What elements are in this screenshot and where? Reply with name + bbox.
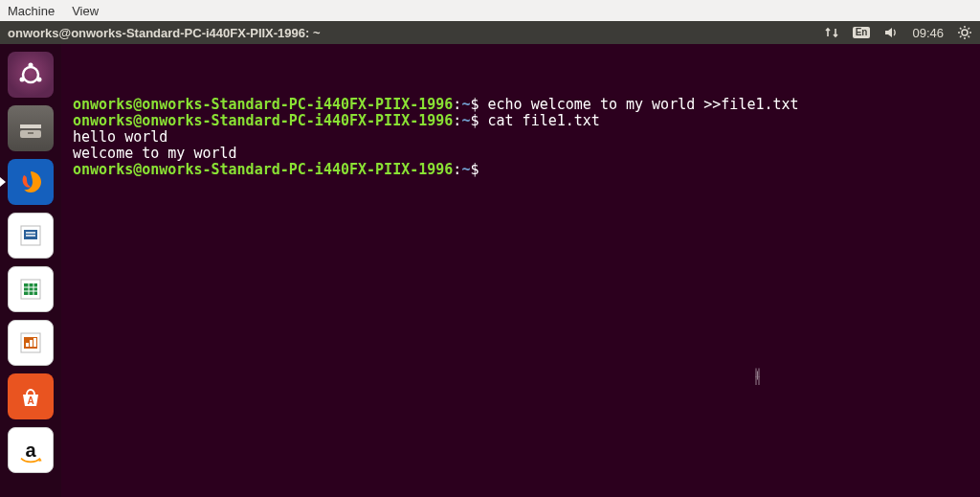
vm-menu-view[interactable]: View (72, 4, 99, 18)
libreoffice-writer[interactable] (8, 213, 54, 259)
svg-line-8 (969, 28, 970, 30)
terminal[interactable]: onworks@onworks-Standard-PC-i440FX-PIIX-… (61, 44, 980, 497)
svg-rect-18 (24, 230, 37, 239)
svg-point-12 (20, 78, 25, 82)
running-pip-icon (0, 177, 6, 187)
svg-rect-22 (24, 283, 37, 295)
sound-icon[interactable] (883, 25, 899, 40)
firefox-app[interactable] (8, 159, 54, 205)
svg-rect-13 (20, 124, 41, 128)
svg-line-5 (960, 28, 962, 30)
svg-rect-15 (28, 132, 33, 134)
svg-text:A: A (27, 395, 33, 406)
svg-line-7 (960, 36, 962, 38)
svg-rect-30 (30, 340, 33, 347)
ubuntu-dash[interactable] (8, 52, 54, 98)
window-title: onworks@onworks-Standard-PC-i440FX-PIIX-… (8, 26, 824, 40)
svg-line-6 (969, 36, 970, 38)
launcher-dock: A a (0, 44, 61, 497)
svg-point-0 (962, 30, 968, 35)
libreoffice-calc[interactable] (8, 266, 54, 312)
panel-indicators: En 09:46 (824, 25, 972, 40)
terminal-prompt-line: onworks@onworks-Standard-PC-i440FX-PIIX-… (73, 162, 974, 178)
amazon-app[interactable]: a (8, 427, 54, 473)
svg-point-9 (23, 67, 38, 82)
keyboard-language-indicator[interactable]: En (853, 27, 871, 38)
svg-point-11 (37, 78, 42, 82)
terminal-prompt-line: onworks@onworks-Standard-PC-i440FX-PIIX-… (73, 97, 974, 113)
ubuntu-software[interactable]: A (8, 373, 54, 419)
files-app[interactable] (8, 105, 54, 151)
gear-icon[interactable] (957, 25, 972, 40)
top-panel: onworks@onworks-Standard-PC-i440FX-PIIX-… (0, 21, 980, 44)
libreoffice-impress[interactable] (8, 320, 54, 366)
terminal-prompt-line: onworks@onworks-Standard-PC-i440FX-PIIX-… (73, 113, 974, 129)
vm-menubar: Machine View (0, 0, 980, 21)
network-icon[interactable] (824, 25, 839, 40)
terminal-output-line: welcome to my world (73, 146, 974, 162)
svg-point-10 (29, 63, 33, 68)
text-cursor-icon (757, 372, 758, 380)
terminal-output-line: hello world (73, 129, 974, 146)
svg-rect-29 (26, 343, 29, 347)
client-area: A a onworks@onworks-Standard-PC-i440FX-P… (0, 44, 980, 497)
svg-rect-31 (33, 338, 36, 347)
vm-menu-machine[interactable]: Machine (8, 4, 55, 18)
clock[interactable]: 09:46 (912, 26, 944, 40)
